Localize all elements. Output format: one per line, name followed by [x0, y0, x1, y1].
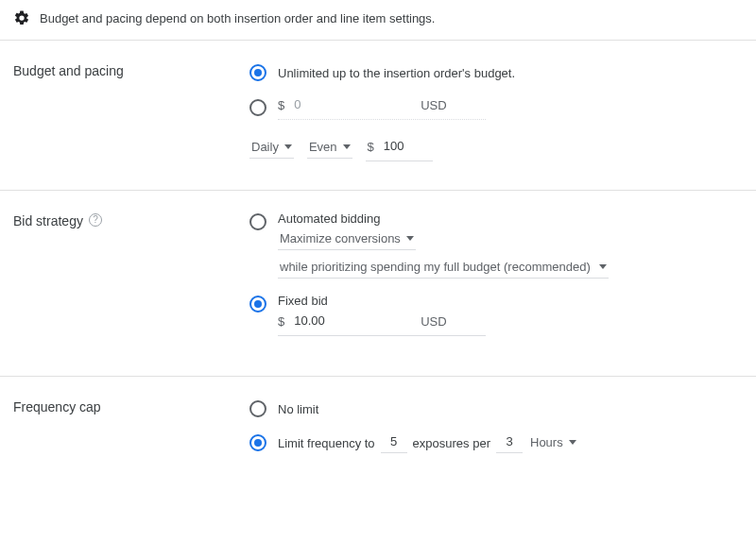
bid-auto-priority-dropdown[interactable]: while prioritizing spending my full budg… [278, 258, 609, 279]
budget-section: Budget and pacing Unlimited up to the in… [0, 40, 756, 190]
budget-fixed-radio[interactable] [249, 99, 266, 116]
freq-count-input[interactable] [496, 432, 523, 453]
freq-nolimit-label: No limit [278, 402, 318, 416]
pacing-mode-value: Even [309, 140, 337, 154]
bid-auto-goal-value: Maximize conversions [280, 231, 401, 245]
pacing-amount-prefix: $ [368, 140, 374, 154]
budget-fixed-prefix: $ [278, 98, 284, 112]
freq-limit-prefix: Limit frequency to [278, 436, 375, 450]
bid-fixed-input[interactable] [294, 312, 398, 331]
bid-auto-label: Automated bidding [278, 211, 743, 226]
freq-section: Frequency cap No limit Limit frequency t… [0, 376, 756, 494]
chevron-down-icon [284, 144, 292, 149]
bid-auto-radio[interactable] [249, 213, 266, 230]
chevron-down-icon [599, 264, 607, 269]
bid-fixed-prefix: $ [278, 314, 284, 329]
chevron-down-icon [406, 236, 414, 241]
bid-fixed-radio[interactable] [249, 296, 266, 313]
hint-text: Budget and pacing depend on both inserti… [40, 11, 435, 25]
bid-fixed-label: Fixed bid [278, 294, 486, 308]
bid-fixed-currency: USD [421, 314, 449, 329]
freq-unit-value: Hours [530, 435, 563, 449]
budget-fixed-input[interactable] [294, 95, 398, 115]
freq-unit-dropdown[interactable]: Hours [528, 433, 578, 453]
budget-fixed-currency: USD [421, 98, 449, 112]
bid-section-label: Bid strategy [13, 213, 83, 228]
pacing-amount-input[interactable] [384, 137, 431, 157]
help-icon[interactable]: ? [89, 213, 102, 227]
chevron-down-icon [569, 440, 576, 445]
bid-auto-priority-value: while prioritizing spending my full budg… [280, 260, 591, 274]
pacing-mode-dropdown[interactable]: Even [307, 138, 352, 159]
budget-unlimited-radio[interactable] [249, 64, 266, 81]
bid-auto-goal-dropdown[interactable]: Maximize conversions [278, 229, 416, 250]
freq-exposures-input[interactable] [381, 432, 407, 453]
pacing-interval-value: Daily [251, 140, 279, 154]
chevron-down-icon [343, 144, 351, 149]
budget-unlimited-label: Unlimited up to the insertion order's bu… [278, 66, 515, 80]
gear-icon [13, 9, 30, 26]
hint-bar: Budget and pacing depend on both inserti… [0, 0, 756, 40]
bid-section: Bid strategy ? Automated bidding Maximiz… [0, 190, 756, 376]
freq-limit-mid: exposures per [413, 436, 490, 450]
freq-section-label: Frequency cap [13, 397, 249, 465]
budget-section-label: Budget and pacing [13, 61, 249, 161]
freq-nolimit-radio[interactable] [249, 400, 266, 417]
pacing-interval-dropdown[interactable]: Daily [249, 138, 294, 159]
freq-limit-radio[interactable] [249, 434, 266, 451]
